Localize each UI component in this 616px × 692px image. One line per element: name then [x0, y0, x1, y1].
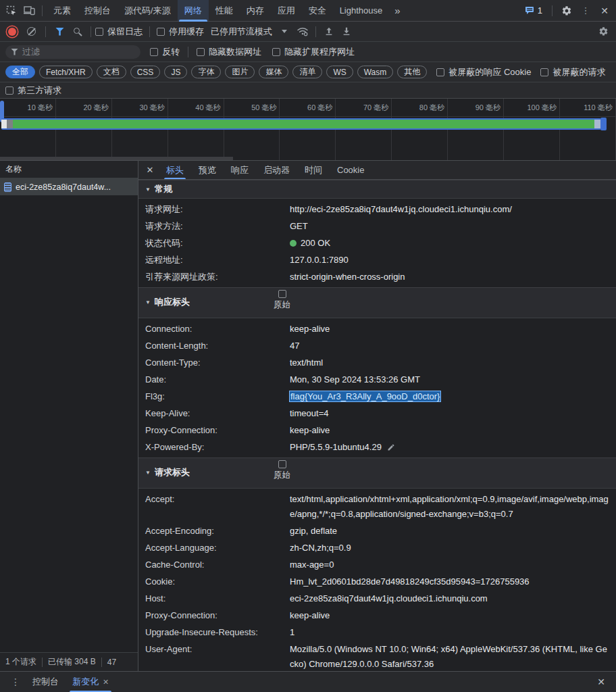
header-row: Cache-Control:max-age=0: [138, 556, 616, 573]
blocked-requests-checkbox[interactable]: 被屏蔽的请求: [540, 66, 605, 78]
filter-icon[interactable]: [55, 28, 64, 36]
invert-filter-checkbox[interactable]: 反转: [150, 46, 180, 58]
tab-Lighthouse[interactable]: Lighthouse: [333, 0, 390, 21]
network-settings-gear-icon[interactable]: [594, 24, 612, 40]
tab-性能[interactable]: 性能: [209, 0, 240, 21]
chip-WS[interactable]: WS: [326, 66, 353, 78]
network-overview-timeline[interactable]: 10 毫秒20 毫秒30 毫秒40 毫秒50 毫秒60 毫秒70 毫秒80 毫秒…: [0, 99, 616, 161]
divider: [552, 5, 553, 16]
tab-安全[interactable]: 安全: [302, 0, 333, 21]
filter-input[interactable]: 过滤: [5, 45, 140, 59]
chip-字体[interactable]: 字体: [191, 66, 221, 78]
third-party-checkbox[interactable]: 第三方请求: [5, 84, 61, 97]
request-headers-section-header[interactable]: ▼ 请求标头 原始: [138, 458, 616, 489]
drawer-tab-changes[interactable]: 新变化 ✕: [66, 672, 116, 692]
drawer-tab-console[interactable]: 控制台: [26, 672, 66, 692]
summary-item: 1 个请求: [5, 656, 36, 668]
drag-handle[interactable]: [1, 120, 7, 128]
clear-icon[interactable]: [27, 27, 36, 36]
raw-headers-toggle[interactable]: 原始: [274, 460, 290, 481]
detail-tab-预览[interactable]: 预览: [191, 161, 224, 179]
disable-cache-checkbox[interactable]: 停用缓存: [157, 26, 204, 38]
record-icon[interactable]: [8, 28, 16, 36]
header-name: Cache-Control:: [145, 558, 290, 572]
general-section-header[interactable]: ▼ 常规: [138, 180, 616, 199]
hide-extension-urls-checkbox[interactable]: 隐藏扩展程序网址: [272, 46, 355, 58]
tab-内存[interactable]: 内存: [240, 0, 271, 21]
search-icon[interactable]: [74, 28, 80, 34]
close-detail-icon[interactable]: ✕: [141, 165, 159, 175]
close-tab-icon[interactable]: ✕: [103, 678, 109, 687]
timeline-scrollbar-thumb[interactable]: [0, 157, 233, 160]
header-value: Hm_lvt_2d0601bd28de7d49818249cf35d95943=…: [290, 574, 609, 589]
tab-应用[interactable]: 应用: [271, 0, 302, 21]
preserve-log-checkbox[interactable]: 保留日志: [95, 26, 143, 38]
chip-媒体[interactable]: 媒体: [259, 66, 288, 78]
chip-图片[interactable]: 图片: [225, 66, 255, 78]
general-rows: 请求网址:http://eci-2ze85za8iq7daut4w1jq.clo…: [138, 199, 616, 287]
header-value: 200 OK: [290, 236, 609, 251]
detail-tab-Cookie[interactable]: Cookie: [330, 161, 371, 179]
divider: [45, 26, 46, 37]
device-toolbar-icon[interactable]: [20, 3, 38, 19]
chip-CSS[interactable]: CSS: [130, 66, 161, 78]
tab-源代码/来源[interactable]: 源代码/来源: [118, 0, 178, 21]
request-detail-panel: ✕ 标头预览响应启动器时间Cookie ▼ 常规 请求网址:http://eci…: [138, 161, 616, 671]
header-row: Host:eci-2ze85za8iq7daut4w1jq.cloudeci1.…: [138, 590, 616, 607]
header-name: Accept:: [145, 492, 290, 522]
drag-handle[interactable]: [7, 120, 13, 128]
export-har-icon[interactable]: [338, 24, 355, 40]
console-sidebar-toggle[interactable]: 1: [521, 5, 546, 16]
header-name: Connection:: [145, 322, 290, 337]
detail-tab-时间[interactable]: 时间: [297, 161, 330, 179]
close-drawer-icon[interactable]: ✕: [592, 676, 611, 687]
blocked-cookies-checkbox[interactable]: 被屏蔽的响应 Cookie: [436, 66, 531, 78]
chip-清单[interactable]: 清单: [292, 66, 322, 78]
tab-元素[interactable]: 元素: [47, 0, 78, 21]
edit-pencil-icon[interactable]: [387, 443, 395, 451]
inspect-element-icon[interactable]: [3, 3, 20, 19]
network-conditions-icon[interactable]: [294, 24, 311, 40]
throttling-dropdown[interactable]: 已停用节流模式: [204, 26, 294, 38]
header-name: Content-Length:: [145, 339, 290, 353]
tab-网络[interactable]: 网络: [178, 0, 209, 21]
divider: [91, 26, 91, 37]
close-devtools-icon[interactable]: ✕: [596, 3, 613, 19]
divider: [149, 26, 150, 37]
detail-tab-响应[interactable]: 响应: [224, 161, 256, 179]
name-column-header[interactable]: 名称: [0, 161, 138, 178]
checkbox[interactable]: [157, 28, 165, 36]
collapse-triangle-icon: ▼: [145, 470, 151, 476]
checkbox[interactable]: [95, 28, 103, 36]
hide-data-urls-checkbox[interactable]: 隐藏数据网址: [197, 46, 261, 58]
detail-tab-启动器[interactable]: 启动器: [256, 161, 297, 179]
overview-selection-track[interactable]: [1, 118, 601, 130]
timeline-right-handle[interactable]: [600, 118, 607, 130]
collapse-triangle-icon: ▼: [145, 187, 151, 193]
request-row[interactable]: eci-2ze85za8iq7daut4w...: [0, 178, 138, 195]
settings-gear-icon[interactable]: [558, 3, 575, 19]
ruler-divider: [0, 116, 616, 117]
chip-其他[interactable]: 其他: [397, 66, 427, 78]
header-value: 127.0.0.1:7890: [290, 253, 609, 268]
response-headers-section-header[interactable]: ▼ 响应标头 原始: [138, 287, 616, 318]
tab-控制台[interactable]: 控制台: [78, 0, 118, 21]
header-row: Upgrade-Insecure-Requests:1: [138, 624, 616, 641]
chip-Wasm[interactable]: Wasm: [357, 66, 394, 78]
chip-JS[interactable]: JS: [164, 66, 187, 78]
chip-Fetch/XHR[interactable]: Fetch/XHR: [39, 66, 93, 78]
chip-全部[interactable]: 全部: [5, 66, 35, 78]
message-bubble-icon: [525, 6, 535, 15]
import-har-icon[interactable]: [320, 24, 338, 40]
drawer-overflow-icon[interactable]: ⋮: [5, 676, 26, 687]
header-row: 请求网址:http://eci-2ze85za8iq7daut4w1jq.clo…: [138, 201, 616, 218]
header-name: Proxy-Connection:: [145, 608, 290, 623]
detail-tab-标头[interactable]: 标头: [159, 161, 191, 179]
chip-文档[interactable]: 文档: [97, 66, 126, 78]
overflow-menu-icon[interactable]: ⋮: [577, 3, 594, 19]
header-name: 引荐来源网址政策:: [145, 270, 290, 285]
raw-headers-toggle[interactable]: 原始: [274, 290, 290, 311]
header-name: 远程地址:: [145, 253, 290, 268]
devtools-window: 元素控制台源代码/来源网络性能内存应用安全Lighthouse » 1 ⋮ ✕ …: [0, 0, 616, 692]
more-tabs-chevron[interactable]: »: [389, 5, 405, 16]
